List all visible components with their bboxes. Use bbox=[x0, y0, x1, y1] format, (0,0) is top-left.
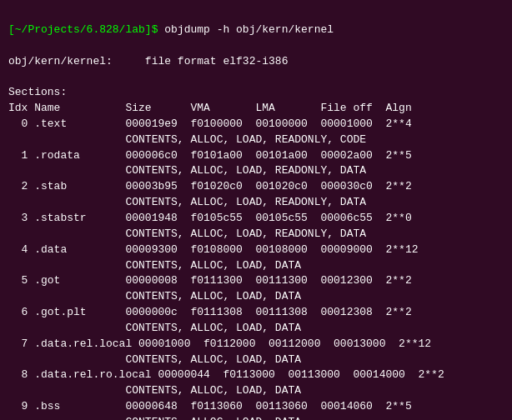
row-8-sub: CONTENTS, ALLOC, LOAD, DATA bbox=[8, 384, 301, 397]
row-5-main: 5 .got 00000008 f0111300 00111300 000123… bbox=[8, 274, 412, 287]
row-2-sub: CONTENTS, ALLOC, LOAD, READONLY, DATA bbox=[8, 196, 366, 208]
row-3-main: 3 .stabstr 00001948 f0105c55 00105c55 00… bbox=[8, 212, 412, 224]
row-4-main: 4 .data 00009300 f0108000 00108000 00009… bbox=[8, 243, 418, 256]
row-9-main: 9 .bss 00000648 f0113060 00113060 000140… bbox=[8, 400, 412, 412]
row-0-main: 0 .text 000019e9 f0100000 00100000 00001… bbox=[8, 118, 412, 130]
row-7-main: 7 .data.rel.local 00001000 f0112000 0011… bbox=[8, 338, 431, 350]
row-5-sub: CONTENTS, ALLOC, LOAD, DATA bbox=[8, 290, 301, 302]
row-3-sub: CONTENTS, ALLOC, LOAD, READONLY, DATA bbox=[8, 228, 366, 240]
row-1-sub: CONTENTS, ALLOC, LOAD, READONLY, DATA bbox=[8, 164, 366, 177]
row-7-sub: CONTENTS, ALLOC, LOAD, DATA bbox=[8, 353, 301, 366]
sections-label: Sections: bbox=[8, 86, 67, 98]
prompt: [~/Projects/6.828/lab]$ bbox=[8, 23, 164, 36]
row-0-sub: CONTENTS, ALLOC, LOAD, READONLY, CODE bbox=[8, 133, 366, 146]
file-info: obj/kern/kernel: file format elf32-i386 bbox=[8, 55, 288, 68]
row-4-sub: CONTENTS, ALLOC, LOAD, DATA bbox=[8, 259, 301, 272]
row-8-main: 8 .data.rel.ro.local 00000044 f0113000 0… bbox=[8, 368, 444, 381]
row-6-sub: CONTENTS, ALLOC, LOAD, DATA bbox=[8, 322, 301, 334]
row-9-sub: CONTENTS, ALLOC, LOAD, DATA bbox=[8, 416, 301, 420]
row-1-main: 1 .rodata 000006c0 f0101a00 00101a00 000… bbox=[8, 149, 412, 162]
terminal: [~/Projects/6.828/lab]$ objdump -h obj/k… bbox=[8, 7, 504, 420]
col-headers: Idx Name Size VMA LMA File off Algn bbox=[8, 102, 412, 114]
row-2-main: 2 .stab 00003b95 f01020c0 001020c0 00003… bbox=[8, 180, 412, 192]
row-6-main: 6 .got.plt 0000000c f0111308 00111308 00… bbox=[8, 306, 412, 318]
command: objdump -h obj/kern/kernel bbox=[164, 23, 334, 36]
